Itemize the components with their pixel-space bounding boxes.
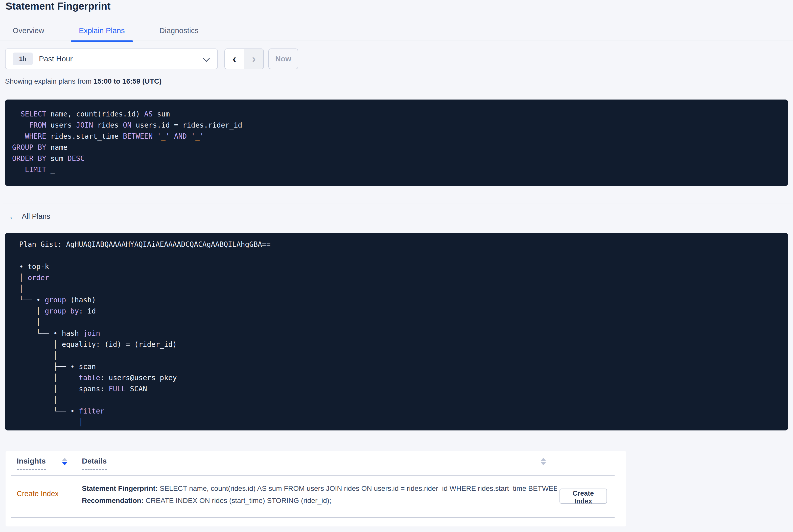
showing-range: 15:00 to 16:59 (UTC) — [94, 77, 162, 85]
insights-column-header[interactable]: Insights — [17, 457, 46, 470]
sql-statement: SELECT name, count(rides.id) AS sum FROM… — [5, 99, 788, 175]
chevron-right-icon: › — [252, 53, 256, 64]
arrow-left-icon: ← — [8, 212, 17, 221]
statement-fingerprint-page: Statement Fingerprint Overview Explain P… — [0, 0, 793, 532]
sort-icons-details[interactable] — [541, 458, 546, 465]
recommendation-line: Recommendation: CREATE INDEX ON rides (s… — [82, 495, 557, 507]
sort-icons-insights[interactable] — [62, 458, 67, 465]
insight-type-link[interactable]: Create Index — [17, 490, 59, 498]
showing-prefix: Showing explain plans from — [5, 77, 94, 85]
next-time-button[interactable]: › — [244, 49, 263, 69]
page-title: Statement Fingerprint — [5, 0, 111, 12]
sort-ascending-icon — [62, 458, 67, 461]
now-button[interactable]: Now — [268, 49, 298, 69]
chevron-left-icon: ‹ — [232, 53, 236, 64]
sort-descending-icon — [62, 462, 67, 465]
sort-descending-icon — [541, 462, 546, 465]
sort-ascending-icon — [541, 458, 546, 461]
chevron-down-icon — [203, 55, 210, 62]
section-divider — [3, 204, 793, 204]
all-plans-link[interactable]: ← All Plans — [8, 212, 50, 221]
time-range-label: Past Hour — [39, 55, 73, 63]
sql-statement-box: SELECT name, count(rides.id) AS sum FROM… — [5, 99, 788, 186]
tab-diagnostics[interactable]: Diagnostics — [159, 23, 199, 41]
tab-bar: Overview Explain Plans Diagnostics — [0, 23, 793, 40]
details-cell: Statement Fingerprint: SELECT name, coun… — [82, 482, 557, 507]
create-index-button[interactable]: Create Index — [560, 489, 607, 504]
prev-time-button[interactable]: ‹ — [225, 49, 244, 69]
tab-overview[interactable]: Overview — [13, 23, 44, 41]
tab-explain-plans[interactable]: Explain Plans — [79, 23, 125, 41]
table-row-divider — [11, 517, 615, 518]
plan-gist-tree: Plan Gist: AgHUAQIABQAAAAHYAQIAiAEAAAADC… — [5, 233, 788, 428]
details-column-header[interactable]: Details — [82, 457, 107, 470]
fingerprint-line: Statement Fingerprint: SELECT name, coun… — [82, 482, 557, 495]
plan-gist-box: Plan Gist: AgHUAQIABQAAAAHYAQIAiAEAAAADC… — [5, 233, 788, 431]
time-range-select[interactable]: 1h Past Hour — [5, 49, 218, 69]
time-step-buttons: ‹ › — [224, 49, 264, 69]
insights-table-card: Insights Details Create Index Statement … — [5, 451, 626, 527]
time-range-badge: 1h — [13, 53, 33, 65]
table-header-divider — [11, 475, 615, 476]
all-plans-label: All Plans — [22, 212, 50, 221]
showing-range-text: Showing explain plans from 15:00 to 16:5… — [5, 77, 162, 86]
